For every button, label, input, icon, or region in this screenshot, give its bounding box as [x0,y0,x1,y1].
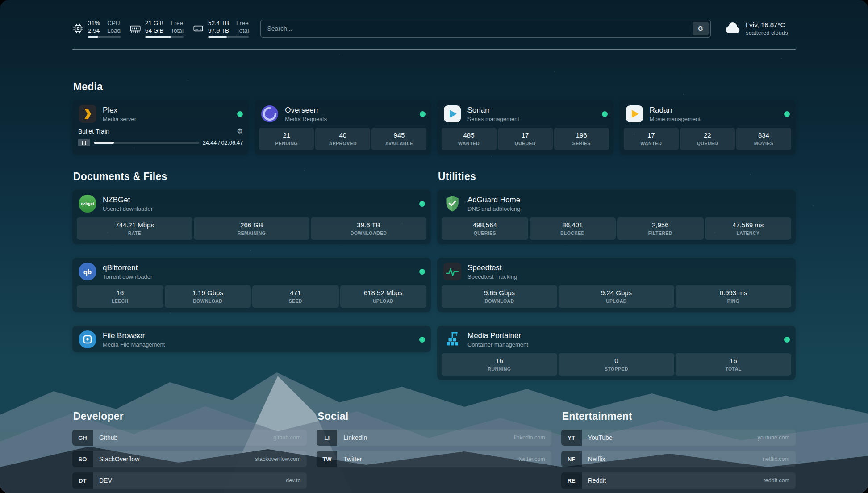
bookmark-url: youtube.com [757,435,789,441]
service-card-sonarr[interactable]: Sonarr Series management 485 WANTED 17 Q… [437,100,613,155]
bookmark-dev[interactable]: DT DEV dev.to [72,472,307,489]
service-card-portainer[interactable]: Media Portainer Container management 16 … [437,326,796,380]
status-dot [420,111,426,117]
stat-value: 196 [555,131,608,139]
service-description: Torrent downloader [103,273,152,280]
service-name: Plex [103,106,136,115]
service-card-filebrowser[interactable]: File Browser Media File Management [72,326,431,352]
stat-value: 21 [260,131,313,139]
stat-value: 0.993 ms [677,289,790,297]
service-card-overseerr[interactable]: Overseerr Media Requests 21 PENDING 40 A… [255,100,431,155]
service-card-nzbget[interactable]: nzbget NZBGet Usenet downloader 744.21 M… [72,190,431,244]
pause-button[interactable] [78,139,90,146]
bookmark-stackoverflow[interactable]: SO StackOverflow stackoverflow.com [72,451,307,467]
gear-icon[interactable]: ⚙ [237,128,243,135]
stat-value: 9.24 Gbps [560,289,673,297]
search-input[interactable] [260,20,711,38]
bookmark-name: Github [99,434,117,441]
status-dot [602,111,608,117]
service-card-speedtest[interactable]: Speedtest Speedtest Tracking 9.65 Gbps D… [437,258,796,312]
service-description: Movie management [650,116,701,122]
stat: 0 STOPPED [559,353,674,376]
memory-total-label: Total [171,27,184,34]
bookmark-reddit[interactable]: RE Reddit reddit.com [561,472,796,489]
cpu-widget: 31% CPU 2.94 Load [72,20,121,38]
stat: 9.65 Gbps DOWNLOAD [442,285,557,308]
stat: 471 SEED [252,285,339,308]
stat-label: PENDING [260,141,313,146]
disk-free-label: Free [236,20,249,27]
stat: 0.993 ms PING [676,285,791,308]
stat-label: WANTED [443,141,495,146]
qbittorrent-icon: qb [78,262,97,281]
bookmark-abbr: GH [72,430,93,446]
stat-label: WANTED [625,141,677,146]
service-description: Media Requests [285,116,327,122]
bookmark-abbr: RE [561,472,582,489]
stat: 16 TOTAL [676,353,791,376]
stat: 834 MOVIES [736,128,791,150]
service-card-qbittorrent[interactable]: qb qBittorrent Torrent downloader 16 [72,258,431,312]
bookmark-url: twitter.com [518,456,545,462]
stat-label: APPROVED [317,141,369,146]
section-developer: Developer GH Github github.com SO StackO… [72,410,307,489]
sonarr-icon [443,104,462,123]
resource-widgets: 31% CPU 2.94 Load [72,20,249,38]
bookmark-name: Twitter [343,455,362,463]
bookmark-url: linkedin.com [514,435,545,441]
stat-label: QUEUED [681,141,734,146]
bookmark-abbr: SO [72,451,93,467]
stat: 17 QUEUED [498,128,553,150]
stat-value: 22 [681,131,734,139]
stat-value: 17 [499,131,551,139]
service-card-plex[interactable]: Plex Media server Bullet Train ⚙ [72,100,249,155]
stat: 39.6 TB DOWNLOADED [311,217,426,240]
bookmark-netflix[interactable]: NF Netflix netflix.com [561,451,796,467]
service-name: File Browser [103,331,165,340]
bookmark-github[interactable]: GH Github github.com [72,430,307,446]
stat-value: 0 [560,357,673,365]
nzbget-icon: nzbget [78,194,97,213]
service-card-radarr[interactable]: Radarr Movie management 17 WANTED 22 QUE… [619,100,796,155]
memory-free-label: Free [171,20,184,27]
playback-time: 24:44 / 02:06:47 [203,140,243,146]
service-description: DNS and adblocking [467,205,521,212]
stat-label: UPLOAD [342,298,426,304]
section-media: Media Plex Media server [72,81,796,155]
bookmark-url: github.com [273,435,300,441]
weather-condition: scattered clouds [746,29,788,36]
bookmark-youtube[interactable]: YT YouTube youtube.com [561,430,796,446]
stat: 2,956 FILTERED [617,217,704,240]
disk-total-label: Total [236,27,249,34]
bookmark-abbr: DT [72,472,93,489]
section-social: Social LI LinkedIn linkedin.com TW Twitt… [317,410,551,467]
bookmark-abbr: YT [561,430,582,446]
bookmark-linkedin[interactable]: LI LinkedIn linkedin.com [317,430,551,446]
memory-icon [129,23,141,34]
plex-now-playing: Bullet Train ⚙ 24:44 / 02:06:47 [78,128,243,146]
section-title-developer: Developer [73,410,307,422]
now-playing-title: Bullet Train [78,128,109,135]
stat-label: DOWNLOAD [443,298,556,304]
stat-label: MOVIES [738,141,790,146]
filebrowser-icon [78,330,97,349]
stat: 196 SERIES [554,128,609,150]
service-description: Series management [467,116,519,122]
disk-free: 52.4 TB [208,20,229,27]
bookmark-twitter[interactable]: TW Twitter twitter.com [317,451,551,467]
playback-progress-bar [94,142,199,144]
service-name: Speedtest [467,263,517,272]
stat-label: LATENCY [706,230,790,236]
stat-value: 9.65 Gbps [443,289,556,297]
cpu-progress-bar [88,36,121,38]
service-description: Media server [103,116,136,122]
memory-free: 21 GiB [145,20,163,27]
topbar: 31% CPU 2.94 Load [72,15,796,42]
section-documents: Documents & Files nzbget NZBGet Usenet d… [72,171,431,352]
search-provider-button[interactable]: G [693,22,709,35]
bookmark-abbr: LI [317,430,337,446]
stat: 1.19 Gbps DOWNLOAD [165,285,251,308]
stat-value: 16 [78,289,162,297]
memory-widget: 21 GiB Free 64 GiB Total [129,20,184,38]
service-card-adguard[interactable]: AdGuard Home DNS and adblocking 498,564 … [437,190,796,244]
